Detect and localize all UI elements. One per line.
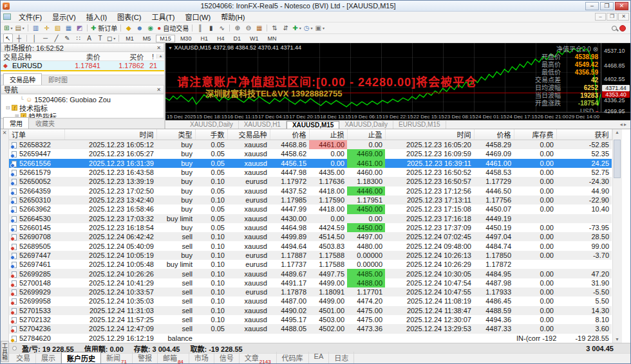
bar-chart-button[interactable]: ║ xyxy=(195,23,205,33)
draw-tool-button[interactable] xyxy=(26,35,27,42)
navigator-close-icon[interactable]: ✕ xyxy=(156,87,161,93)
timeframe-m15[interactable]: M15 xyxy=(156,35,175,42)
order-row[interactable]: 52664530 2025.12.23 17:03:32 buy limit 0… xyxy=(9,214,612,223)
toolbox-tab-trade[interactable]: 交易 xyxy=(11,352,36,364)
navigator-toggle-icon[interactable]: ▧ xyxy=(53,23,62,33)
order-row[interactable]: 52650052 2025.12.23 13:39:19 buy 0.10 eu… xyxy=(9,177,612,186)
column-ask[interactable]: 买价 xyxy=(103,51,146,62)
toolbox-tab-signals[interactable]: 信号 xyxy=(214,352,240,364)
order-row[interactable]: 52658322 2025.12.23 16:05:12 buy 0.05 xa… xyxy=(9,140,612,150)
chart-tab-eurusd-m15[interactable]: EURUSD,M15 xyxy=(393,121,446,129)
menu-help[interactable]: 帮助(H) xyxy=(216,11,250,23)
chart-system-icon[interactable] xyxy=(3,14,11,20)
scroll-down-icon[interactable]: ▼ xyxy=(615,336,619,343)
col-type[interactable]: 类型 xyxy=(156,129,195,140)
toolbox-tab-ea[interactable]: EA xyxy=(309,352,330,364)
order-row[interactable]: 52690708 2025.12.24 06:42:42 sell 0.10 x… xyxy=(9,232,612,241)
toolbox-toggle-icon[interactable]: ▦ xyxy=(64,23,73,33)
menu-insert[interactable]: 插入(I) xyxy=(81,11,112,23)
market-watch-close-icon[interactable]: ✕ xyxy=(156,45,161,51)
new-chart-button[interactable]: ⊞▾ xyxy=(3,23,13,33)
timeframe-d1[interactable]: D1 xyxy=(229,35,245,42)
indicator-list-icon[interactable]: ◆ xyxy=(124,23,133,33)
data-window-toggle-icon[interactable]: ✛ xyxy=(42,23,52,33)
col-close-time[interactable]: 时间 xyxy=(385,129,474,140)
order-row[interactable]: 52699929 2025.12.24 10:33:57 sell 0.10 e… xyxy=(9,287,612,296)
market-watch-tab-ticks[interactable]: 即时图 xyxy=(42,73,74,85)
crosshair-tool[interactable]: ┼ xyxy=(14,33,24,43)
toolbar-button[interactable] xyxy=(28,24,28,32)
col-open-price[interactable]: 价格 xyxy=(270,129,309,140)
price-axis[interactable]: 4537.10 4468.85 4402.55 4336.25 4269.95 … xyxy=(601,43,630,112)
timeframe-m30[interactable]: M30 xyxy=(176,35,196,42)
chart-tab-xauusd-h1[interactable]: XAUUSD,H1 xyxy=(239,121,287,129)
templates-button[interactable]: ▣▾ xyxy=(314,23,325,33)
doc-restore-button[interactable]: ❐ xyxy=(607,13,617,21)
order-row[interactable]: 52689505 2025.12.24 05:40:09 sell 0.10 x… xyxy=(9,241,612,250)
orders-scrollbar[interactable]: ▲ ▼ xyxy=(612,129,622,343)
chart-tab-xauusd-daily-2[interactable]: XAUUSD,Daily xyxy=(339,121,393,129)
overlay-close-icon[interactable]: ⊗ xyxy=(593,46,598,53)
profiles-button[interactable]: ▤▾ xyxy=(14,23,24,33)
toolbox-tab-news[interactable]: 新闻71 xyxy=(101,352,133,364)
timeframe-mn[interactable]: MN xyxy=(263,35,280,42)
toolbox-tab-alerts[interactable]: 警报 xyxy=(133,352,158,364)
timeframe-h1[interactable]: H1 xyxy=(196,35,212,42)
trendline-tool[interactable]: ╱ xyxy=(52,33,61,43)
close-button[interactable]: ✕ xyxy=(615,2,628,10)
order-row[interactable]: 52663962 2025.12.23 16:58:46 buy 0.05 xa… xyxy=(9,205,612,214)
toolbox-tab-codebase[interactable]: 代码库 xyxy=(277,352,309,364)
market-watch-scrollbar[interactable]: ▲ xyxy=(156,54,164,59)
col-order[interactable]: 订单 xyxy=(9,129,64,140)
order-row[interactable]: 52661579 2025.12.23 16:43:58 buy 0.05 xa… xyxy=(9,168,612,177)
shapes-tool[interactable]: ◻▾ xyxy=(106,33,116,43)
navigator-item-indicators[interactable]: ⊟ ƒ 技术指标 xyxy=(1,104,164,112)
col-close-price[interactable]: 价格 xyxy=(474,129,514,140)
chevron-down-icon[interactable]: ▼ xyxy=(168,46,173,50)
chart-tab-xauusd-daily[interactable]: XAUUSD,Daily xyxy=(185,121,239,129)
timeframe-h4[interactable]: H4 xyxy=(213,35,229,42)
doc-minimize-button[interactable]: – xyxy=(595,13,606,21)
navigator-tab-favorites[interactable]: 收藏夹 xyxy=(29,117,61,129)
community-icon[interactable]: ◉ xyxy=(146,23,155,33)
collapse-icon[interactable]: ⊟ xyxy=(4,105,12,111)
autotrading-button[interactable]: ●自动交易 xyxy=(156,23,189,33)
col-swap[interactable]: 库存费 xyxy=(514,129,556,140)
menu-file[interactable]: 文件(F) xyxy=(14,11,47,23)
order-row[interactable]: 52784620 2025.12.29 16:12:19 balance IN-… xyxy=(9,334,612,343)
order-row[interactable]: 52697461 2025.12.24 10:05:48 buy limit 0… xyxy=(9,260,612,269)
col-sl[interactable]: 止损 xyxy=(309,129,347,140)
label-tool[interactable]: T xyxy=(95,33,105,43)
col-volume[interactable]: 手数 xyxy=(195,129,227,140)
scroll-up-icon[interactable]: ▲ xyxy=(615,129,619,136)
market-watch-toggle-icon[interactable]: ▥ xyxy=(31,23,41,33)
toolbox-tab-market[interactable]: 市场 xyxy=(189,352,214,364)
toolbox-tab-history[interactable]: 账户历史 xyxy=(61,352,101,364)
col-tp[interactable]: 止盈 xyxy=(347,129,385,140)
market-watch-row-eurusd[interactable]: ◆ EURUSD 1.17841 1.17862 21 xyxy=(1,61,164,71)
toolbar-button[interactable] xyxy=(87,24,88,32)
draw-tool-button[interactable] xyxy=(118,35,119,42)
toolbox-close-icon[interactable]: ✕ xyxy=(3,130,7,136)
chart-tab-scroll-arrows[interactable]: ◂ ▸ xyxy=(620,122,630,127)
time-axis[interactable]: 15 Dec 2025 15 Dec 18:15 16 Dec 11:15 17… xyxy=(165,112,630,120)
add-indicator-button[interactable]: ✚▾ xyxy=(292,23,301,33)
order-row[interactable]: 52699285 2025.12.24 10:26:26 sell 0.10 x… xyxy=(9,269,612,278)
chart-plot[interactable]: ▼ XAUUSD,M15 4372.98 4384.52 4370.41 437… xyxy=(165,43,601,112)
freehand-tool[interactable]: ✎ xyxy=(62,33,72,43)
toolbox-tab-exposure[interactable]: 展示 xyxy=(36,352,61,364)
order-row[interactable]: 52701533 2025.12.24 11:31:03 sell 0.10 x… xyxy=(9,306,612,315)
candle-chart-button[interactable]: ▮ xyxy=(206,23,216,33)
cursor-tool[interactable]: ↖ xyxy=(3,33,13,43)
order-row[interactable]: 52700148 2025.12.24 10:41:29 sell 0.10 x… xyxy=(9,278,612,287)
toolbox-tab-articles[interactable]: 文章2143 xyxy=(240,352,277,364)
order-row[interactable]: 52659447 2025.12.23 16:05:27 buy 0.05 xa… xyxy=(9,149,612,158)
line-chart-button[interactable]: ∿ xyxy=(217,23,227,33)
doc-close-button[interactable]: ✕ xyxy=(618,13,629,21)
search-icon[interactable] xyxy=(612,26,617,31)
toolbox-tab-journal[interactable]: 日志 xyxy=(329,352,354,364)
menu-window[interactable]: 窗口(W) xyxy=(180,11,216,23)
notification-icon[interactable] xyxy=(619,25,626,32)
chart-tab-xauusd-m15[interactable]: XAUUSD,M15 xyxy=(287,121,339,129)
toolbar-button[interactable] xyxy=(229,24,230,32)
